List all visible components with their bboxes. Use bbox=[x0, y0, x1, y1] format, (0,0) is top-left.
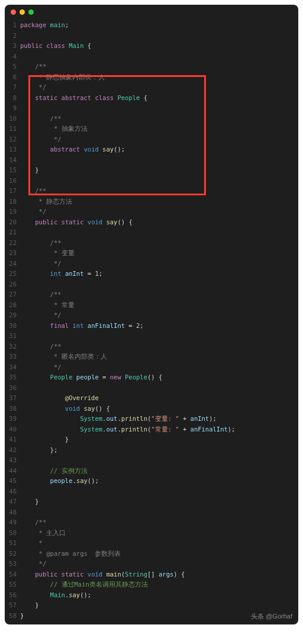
code-content: * 主入口 bbox=[20, 528, 298, 539]
code-content bbox=[20, 227, 298, 238]
code-content: */ bbox=[20, 362, 298, 373]
code-line: 42 }; bbox=[5, 445, 298, 456]
code-content: final int anFinalInt = 2; bbox=[20, 321, 298, 331]
code-line: 56 Main.say(); bbox=[5, 590, 298, 601]
code-line: 4 bbox=[5, 51, 298, 62]
code-content: } bbox=[20, 497, 298, 507]
code-line: 10 /** bbox=[5, 114, 298, 124]
code-content: */ bbox=[20, 259, 298, 269]
line-number: 41 bbox=[5, 434, 20, 445]
line-number: 1 bbox=[5, 20, 20, 31]
code-line: 46 bbox=[5, 487, 298, 497]
code-line: 20 public static void say() { bbox=[5, 217, 298, 228]
code-line: 5 /** bbox=[5, 62, 298, 72]
line-number: 18 bbox=[5, 197, 20, 207]
line-number: 17 bbox=[5, 186, 20, 197]
line-number: 42 bbox=[5, 445, 20, 456]
code-line: 49 /** bbox=[5, 517, 298, 528]
line-number: 36 bbox=[5, 383, 20, 394]
code-line: 40 System.out.println("常量: " + anFinalIn… bbox=[5, 424, 298, 435]
line-number: 8 bbox=[5, 93, 20, 104]
code-content: /** bbox=[20, 238, 298, 249]
code-content: }; bbox=[20, 445, 298, 456]
code-line: 23 * 变量 bbox=[5, 248, 298, 259]
line-number: 39 bbox=[5, 414, 20, 424]
code-line: 27 /** bbox=[5, 289, 298, 300]
code-content: * 常量 bbox=[20, 300, 298, 311]
code-content bbox=[20, 331, 298, 342]
code-line: 47 } bbox=[5, 497, 298, 507]
code-content: abstract void say(); bbox=[20, 144, 298, 155]
code-line: 15 } bbox=[5, 165, 298, 176]
line-number: 7 bbox=[5, 82, 20, 93]
line-number: 40 bbox=[5, 424, 20, 435]
line-number: 2 bbox=[5, 31, 20, 41]
code-line: 34 */ bbox=[5, 362, 298, 373]
code-line: 54 public static void main(String[] args… bbox=[5, 569, 298, 580]
line-number: 30 bbox=[5, 321, 20, 331]
editor-window: 1package main;23public class Main {45 /*… bbox=[5, 5, 298, 624]
line-number: 58 bbox=[5, 611, 20, 622]
code-content: @Override bbox=[20, 393, 298, 404]
close-icon[interactable] bbox=[11, 9, 16, 15]
line-number: 27 bbox=[5, 289, 20, 300]
maximize-icon[interactable] bbox=[28, 9, 34, 15]
code-line: 30 final int anFinalInt = 2; bbox=[5, 321, 298, 331]
code-content: */ bbox=[20, 207, 298, 217]
line-number: 53 bbox=[5, 559, 20, 569]
code-line: 43 bbox=[5, 455, 298, 466]
code-line: 50 * 主入口 bbox=[5, 528, 298, 539]
code-line: 29 */ bbox=[5, 310, 298, 321]
code-content: */ bbox=[20, 559, 298, 569]
code-area: 1package main;23public class Main {45 /*… bbox=[5, 19, 298, 624]
line-number: 48 bbox=[5, 507, 20, 518]
code-line: 48 bbox=[5, 507, 298, 518]
code-line: 28 * 常量 bbox=[5, 300, 298, 311]
line-number: 9 bbox=[5, 103, 20, 114]
code-line: 12 */ bbox=[5, 134, 298, 145]
code-content: Main.say(); bbox=[20, 590, 298, 601]
code-content: /** bbox=[20, 342, 298, 352]
code-content bbox=[20, 176, 298, 186]
line-number: 49 bbox=[5, 517, 20, 528]
code-line: 17 /** bbox=[5, 186, 298, 197]
minimize-icon[interactable] bbox=[20, 9, 25, 15]
line-number: 46 bbox=[5, 487, 20, 497]
code-line: 35 People people = new People() { bbox=[5, 372, 298, 383]
code-content bbox=[20, 31, 298, 41]
line-number: 25 bbox=[5, 269, 20, 279]
code-content: } bbox=[20, 165, 298, 176]
line-number: 10 bbox=[5, 114, 20, 124]
code-line: 26 bbox=[5, 279, 298, 290]
line-number: 45 bbox=[5, 476, 20, 487]
code-content: System.out.println("常量: " + anFinalInt); bbox=[20, 424, 298, 435]
code-line: 7 */ bbox=[5, 82, 298, 93]
line-number: 15 bbox=[5, 165, 20, 176]
line-number: 50 bbox=[5, 528, 20, 539]
code-content: */ bbox=[20, 134, 298, 145]
line-number: 5 bbox=[5, 62, 20, 72]
line-number: 23 bbox=[5, 248, 20, 259]
line-number: 4 bbox=[5, 51, 20, 62]
code-content: public static void say() { bbox=[20, 217, 298, 228]
line-number: 22 bbox=[5, 238, 20, 249]
code-content bbox=[20, 487, 298, 497]
code-content: * bbox=[20, 538, 298, 549]
code-line: 11 * 抽象方法 bbox=[5, 124, 298, 134]
code-line: 2 bbox=[5, 31, 298, 41]
code-line: 37 @Override bbox=[5, 393, 298, 404]
code-content: * 抽象方法 bbox=[20, 124, 298, 134]
code-line: 14 bbox=[5, 155, 298, 166]
code-line: 19 */ bbox=[5, 207, 298, 217]
code-line: 21 bbox=[5, 227, 298, 238]
line-number: 20 bbox=[5, 217, 20, 228]
line-number: 37 bbox=[5, 393, 20, 404]
line-number: 32 bbox=[5, 342, 20, 352]
line-number: 38 bbox=[5, 404, 20, 414]
code-line: 1package main; bbox=[5, 20, 298, 31]
line-number: 51 bbox=[5, 538, 20, 549]
watermark: 头条 @Gorhaf bbox=[251, 612, 292, 621]
code-line: 36 bbox=[5, 383, 298, 394]
code-line: 53 */ bbox=[5, 559, 298, 569]
line-number: 56 bbox=[5, 590, 20, 601]
